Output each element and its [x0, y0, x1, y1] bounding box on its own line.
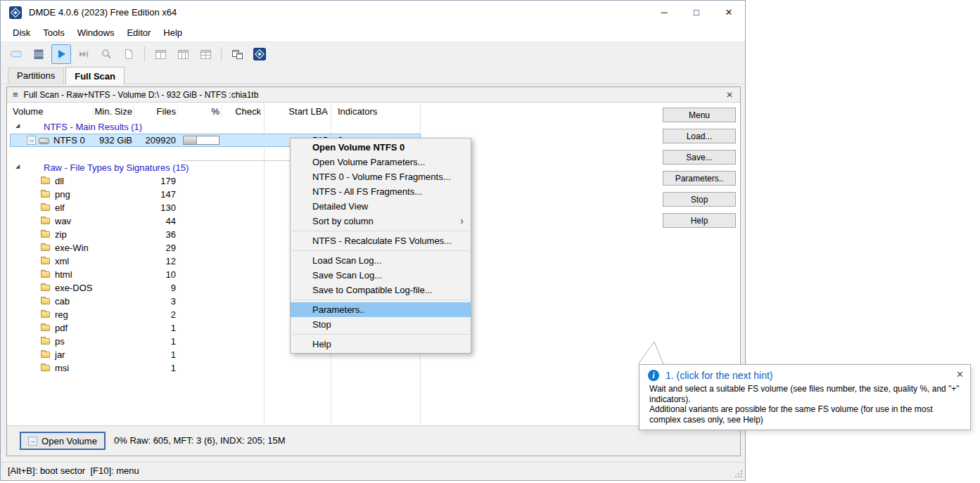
file-type-row-msi[interactable]: msi1: [7, 361, 664, 375]
side-buttons: MenuLoad...Save...Parameters..StopHelp: [663, 108, 736, 234]
group-label: NTFS - Main Results (1): [44, 120, 142, 134]
file-type-label: reg: [55, 308, 68, 321]
column-header-min-size[interactable]: Min. Size: [77, 103, 132, 120]
hint-callout-arrow: [635, 341, 667, 365]
folder-icon: [41, 258, 50, 264]
load-button[interactable]: Load...: [663, 129, 736, 143]
info-icon: i: [648, 370, 659, 381]
file-type-label: jar: [55, 348, 65, 361]
context-item-ntfs-all-fs-fragments[interactable]: NTFS - All FS Fragments...: [291, 184, 471, 199]
parameters-button[interactable]: Parameters..: [663, 171, 736, 186]
folder-icon: [41, 298, 50, 304]
volume-min-size: 932 GiB: [77, 134, 132, 148]
column-header-volume[interactable]: Volume: [13, 103, 76, 120]
context-item-sort-by-column[interactable]: Sort by column›: [291, 214, 471, 228]
tab-partitions[interactable]: Partitions: [8, 67, 64, 84]
folder-icon: [41, 285, 50, 291]
column-header-item[interactable]: %: [189, 103, 219, 120]
toolbar-separator: [221, 46, 222, 62]
file-type-count: 10: [134, 268, 176, 281]
menubar-item-windows[interactable]: Windows: [71, 24, 121, 41]
column-header-files[interactable]: Files: [134, 103, 176, 120]
hint-balloon: i 1. (click for the next hint) ✕ Wait an…: [639, 364, 971, 430]
panel-menu-icon[interactable]: ≡: [13, 89, 18, 100]
file-type-label: exe-DOS: [55, 281, 92, 295]
context-item-load-scan-log[interactable]: Load Scan Log...: [291, 253, 471, 268]
context-item-detailed-view[interactable]: Detailed View: [291, 199, 471, 214]
context-item-ntfs-recalculate-fs-volumes[interactable]: NTFS - Recalculate FS Volumes...: [291, 233, 471, 248]
menu-separator: [292, 250, 469, 251]
folder-icon: [41, 245, 50, 251]
context-item-stop[interactable]: Stop: [291, 317, 471, 332]
hint-title[interactable]: 1. (click for the next hint): [666, 370, 773, 381]
continue-scan-button[interactable]: [74, 44, 94, 64]
panel-footer: → Open Volume 0% Raw: 605, MFT: 3 (6), I…: [7, 425, 740, 456]
hint-body: Wait and select a suitable FS volume (se…: [649, 384, 962, 425]
group-row-ntfs-main-results[interactable]: ◢NTFS - Main Results (1): [7, 120, 664, 134]
close-button[interactable]: ✕: [713, 1, 745, 24]
stop-button[interactable]: Stop: [663, 192, 736, 207]
header-separator: [177, 105, 178, 118]
tab-full-scan[interactable]: Full Scan: [65, 67, 125, 84]
partition-table-view-button[interactable]: [151, 44, 170, 64]
context-item-parameters[interactable]: Parameters..: [291, 302, 471, 317]
file-type-label: ps: [55, 335, 65, 348]
hex-editor-view-button[interactable]: [196, 44, 215, 64]
menubar-item-disk[interactable]: Disk: [6, 24, 37, 41]
file-type-count: 3: [134, 295, 176, 308]
file-type-label: html: [55, 268, 72, 281]
resize-grip[interactable]: [735, 470, 743, 478]
tree-expanded-icon[interactable]: ◢: [15, 163, 20, 169]
menu-button[interactable]: Menu: [663, 108, 736, 122]
file-type-count: 9: [134, 281, 176, 295]
tree-expanded-icon[interactable]: ◢: [15, 122, 20, 129]
column-header-indicators[interactable]: Indicators: [338, 103, 416, 120]
help-button[interactable]: Help: [663, 213, 736, 228]
folder-icon: [41, 365, 50, 371]
maximize-button[interactable]: □: [680, 1, 713, 24]
file-panel-view-button[interactable]: [173, 44, 193, 64]
open-volume-icon: →: [28, 437, 37, 446]
statusbar-text: [Alt+B]: boot sector [F10]: menu: [8, 463, 139, 479]
full-scan-button[interactable]: [51, 44, 71, 64]
panel-close-icon[interactable]: ✕: [723, 90, 736, 100]
panel-header: ≡ Full Scan - Raw+NTFS - Volume D:\ - 93…: [7, 87, 740, 103]
file-type-count: 130: [134, 201, 176, 214]
context-item-open-volume-parameters[interactable]: Open Volume Parameters...: [291, 155, 471, 169]
file-type-count: 1: [134, 348, 176, 361]
menu-separator: [292, 300, 469, 300]
file-type-label: pdf: [55, 321, 68, 335]
file-type-count: 147: [134, 188, 176, 201]
dmde-about-button[interactable]: [250, 44, 269, 64]
context-item-open-volume-ntfs-0[interactable]: Open Volume NTFS 0: [291, 140, 471, 155]
submenu-arrow-icon: ›: [460, 214, 464, 228]
folder-icon: [41, 311, 50, 318]
table-header: VolumeMin. SizeFiles%CheckStart LBAIndic…: [7, 103, 664, 120]
open-volume-label: Open Volume: [42, 436, 97, 446]
select-disk-button[interactable]: [6, 44, 26, 64]
save-button[interactable]: Save...: [663, 150, 736, 165]
file-type-count: 1: [134, 335, 176, 348]
scan-progress-status: 0% Raw: 605, MFT: 3 (6), INDX: 205; 15M: [114, 426, 285, 455]
file-type-label: xml: [55, 255, 69, 268]
menubar-item-help[interactable]: Help: [157, 24, 189, 41]
context-item-help[interactable]: Help: [291, 337, 471, 352]
context-item-save-to-compatible-log-file[interactable]: Save to Compatible Log-file...: [291, 283, 471, 297]
file-type-label: png: [55, 188, 70, 201]
new-task-button[interactable]: [119, 44, 139, 64]
minimize-button[interactable]: ─: [648, 1, 680, 24]
context-item-ntfs-0-volume-fs-fragments[interactable]: NTFS 0 - Volume FS Fragments...: [291, 169, 471, 184]
toolbar-separator: [144, 46, 145, 62]
partitions-button[interactable]: [29, 44, 49, 64]
tile-windows-button[interactable]: [227, 44, 247, 64]
column-header-start-lba[interactable]: Start LBA: [273, 103, 328, 120]
column-header-check[interactable]: Check: [222, 103, 261, 120]
menubar-item-editor[interactable]: Editor: [120, 24, 157, 41]
menubar-item-tools[interactable]: Tools: [37, 24, 70, 41]
search-files-button[interactable]: [96, 44, 116, 64]
open-volume-button[interactable]: → Open Volume: [20, 432, 106, 450]
context-item-save-scan-log[interactable]: Save Scan Log...: [291, 268, 471, 283]
file-type-label: wav: [55, 214, 71, 228]
hint-close-icon[interactable]: ✕: [956, 369, 964, 380]
file-type-count: 179: [134, 174, 176, 188]
